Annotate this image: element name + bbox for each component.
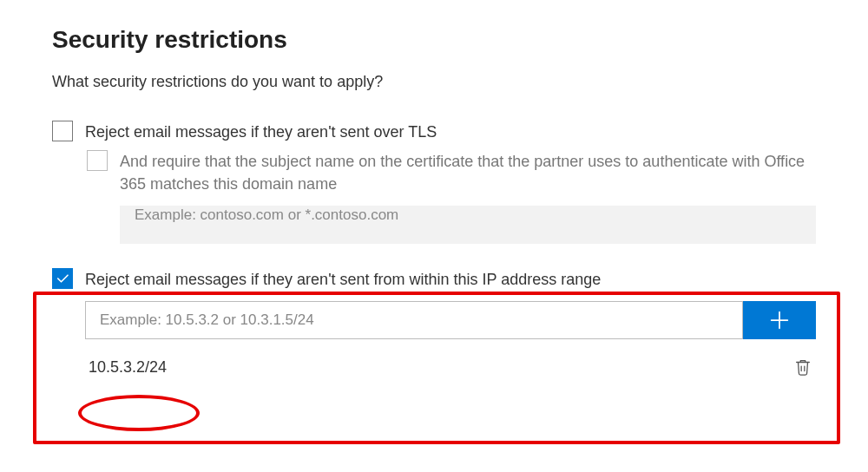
cert-subject-input: Example: contoso.com or *.contoso.com (120, 206, 816, 244)
trash-icon (793, 357, 812, 377)
cert-subject-checkbox (87, 150, 108, 171)
check-icon (55, 271, 70, 286)
ip-input-wrap (85, 301, 816, 339)
reject-non-tls-checkbox[interactable] (52, 121, 73, 141)
cert-subject-input-wrap: Example: contoso.com or *.contoso.com (52, 206, 816, 244)
reject-ip-range-checkbox[interactable] (52, 268, 73, 289)
reject-non-tls-row: Reject email messages if they aren't sen… (52, 121, 816, 143)
cert-subject-row: And require that the subject name on the… (52, 150, 816, 195)
ip-entry-row: 10.5.3.2/24 (85, 353, 816, 381)
reject-non-tls-label: Reject email messages if they aren't sen… (85, 121, 437, 143)
page-title: Security restrictions (52, 26, 816, 54)
ip-range-input[interactable] (85, 301, 743, 339)
plus-icon (767, 308, 792, 332)
annotation-oval (78, 395, 200, 431)
ip-entry-value: 10.5.3.2/24 (85, 355, 170, 380)
reject-ip-range-row: Reject email messages if they aren't sen… (52, 268, 816, 291)
cert-subject-label: And require that the subject name on the… (120, 150, 816, 195)
subtitle: What security restrictions do you want t… (52, 73, 816, 91)
reject-ip-range-label: Reject email messages if they aren't sen… (85, 268, 601, 291)
delete-ip-button[interactable] (790, 353, 816, 381)
add-ip-button[interactable] (743, 301, 816, 339)
